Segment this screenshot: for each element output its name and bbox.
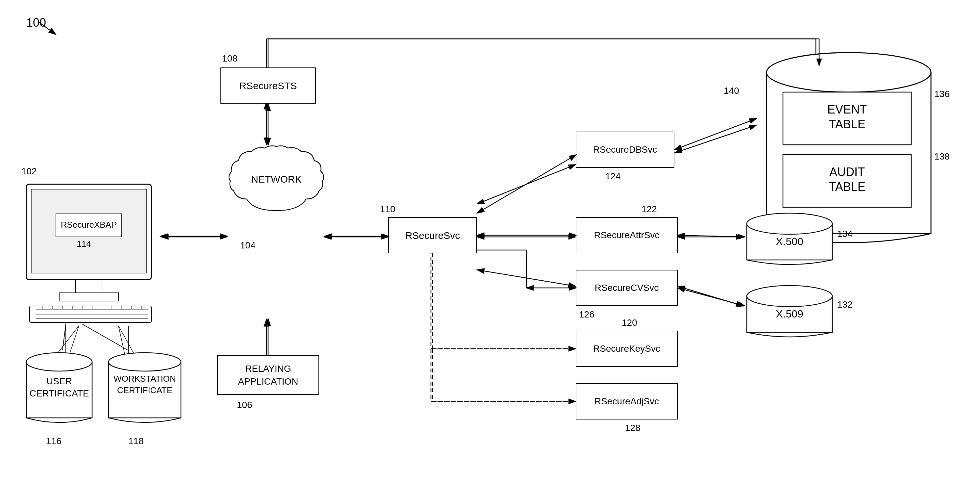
svg-point-63	[767, 52, 931, 92]
computer-monitor: RSecureXBAP 114	[20, 178, 168, 326]
svg-text:EVENT: EVENT	[827, 103, 867, 116]
ref-100-arrow	[35, 18, 61, 38]
rsecurests-label: RSecureSTS	[239, 79, 297, 92]
ref-104: 104	[240, 240, 256, 251]
svg-line-78	[62, 324, 66, 350]
svg-text:114: 114	[76, 239, 91, 249]
workstation-certificate-cylinder: WORKSTATION CERTIFICATE	[102, 349, 188, 436]
ref-116: 116	[46, 436, 62, 447]
svg-line-82	[678, 288, 745, 306]
rsecuredbsvc-box: RSecureDBSvc	[576, 132, 675, 168]
ref-102: 102	[21, 166, 37, 177]
x500-cylinder: X.500	[743, 211, 835, 271]
ref-110: 110	[380, 204, 395, 215]
rsecurecvsvc-label: RSecureCVSvc	[595, 282, 659, 294]
network-cloud: NETWORK	[227, 145, 326, 222]
svg-point-59	[108, 353, 181, 371]
svg-line-16	[678, 286, 743, 306]
svg-text:TABLE: TABLE	[829, 180, 865, 194]
relaying-application-label: RELAYING APPLICATION	[218, 362, 318, 388]
svg-line-11	[477, 164, 576, 204]
rsecurecvsvc-box: RSecureCVSvc	[576, 270, 678, 306]
architecture-diagram: 100 RSecureSTS 108 NETWORK 104 RELAYING …	[0, 0, 980, 482]
x500-svg: X.500	[743, 211, 835, 270]
rsecurests-box: RSecureSTS	[220, 67, 316, 103]
ref-124: 124	[605, 171, 621, 181]
svg-line-81	[678, 235, 745, 237]
svg-text:CERTIFICATE: CERTIFICATE	[30, 388, 89, 398]
relaying-application-box: RELAYING APPLICATION	[217, 355, 319, 395]
ref-108: 108	[222, 53, 237, 64]
x509-cylinder: X.509	[743, 283, 835, 344]
ref-138: 138	[934, 151, 950, 162]
rsecuresvc-label: RSecureSvc	[405, 229, 460, 242]
network-cloud-svg: NETWORK	[227, 145, 326, 220]
svg-line-13	[477, 270, 576, 286]
svg-text:X.509: X.509	[776, 308, 803, 320]
ref-118: 118	[128, 436, 144, 447]
rsecurekeysvc-box: RSecureKeySvc	[576, 331, 678, 367]
svg-text:WORKSTATION: WORKSTATION	[113, 374, 176, 383]
svg-text:RSecureXBAP: RSecureXBAP	[61, 220, 117, 230]
svg-text:USER: USER	[46, 376, 72, 386]
svg-text:AUDIT: AUDIT	[829, 165, 865, 179]
svg-line-14	[675, 125, 757, 153]
svg-text:TABLE: TABLE	[829, 118, 865, 131]
svg-text:NETWORK: NETWORK	[251, 174, 301, 185]
ref-136: 136	[934, 89, 950, 99]
svg-text:CERTIFICATE: CERTIFICATE	[117, 385, 172, 395]
ref-126: 126	[579, 309, 595, 320]
svg-point-55	[26, 353, 92, 371]
ref-140: 140	[724, 86, 739, 96]
rsecuresvc-box: RSecureSvc	[388, 217, 477, 253]
ref-132: 132	[837, 299, 853, 310]
ref-120: 120	[622, 318, 637, 328]
svg-line-94	[477, 154, 576, 213]
rsecureadjsvc-box: RSecureAdjSvc	[576, 383, 678, 420]
ref-134: 134	[837, 229, 853, 239]
rsecurekeysvc-label: RSecureKeySvc	[593, 343, 660, 355]
workstation-cert-svg: WORKSTATION CERTIFICATE	[102, 349, 188, 434]
svg-line-80	[675, 118, 757, 150]
user-certificate-cylinder: USER CERTIFICATE	[20, 349, 99, 436]
ref-128: 128	[625, 423, 641, 433]
rsecureadjsvc-label: RSecureAdjSvc	[595, 396, 659, 407]
user-cert-svg: USER CERTIFICATE	[20, 349, 99, 434]
rsecureattrsvc-box: RSecureAttrSvc	[576, 217, 678, 253]
svg-text:X.500: X.500	[776, 235, 803, 247]
x509-svg: X.509	[743, 283, 835, 342]
svg-line-79	[82, 324, 128, 350]
ref-106: 106	[237, 400, 252, 410]
ref-122: 122	[641, 204, 657, 215]
monitor-svg: RSecureXBAP 114	[20, 178, 168, 326]
svg-point-71	[747, 213, 832, 234]
svg-rect-38	[59, 293, 118, 301]
svg-point-74	[747, 286, 832, 307]
rsecureattrsvc-label: RSecureAttrSvc	[594, 229, 659, 241]
rsecuredbsvc-label: RSecureDBSvc	[593, 144, 657, 156]
svg-line-29	[38, 21, 56, 35]
svg-rect-37	[76, 280, 102, 293]
